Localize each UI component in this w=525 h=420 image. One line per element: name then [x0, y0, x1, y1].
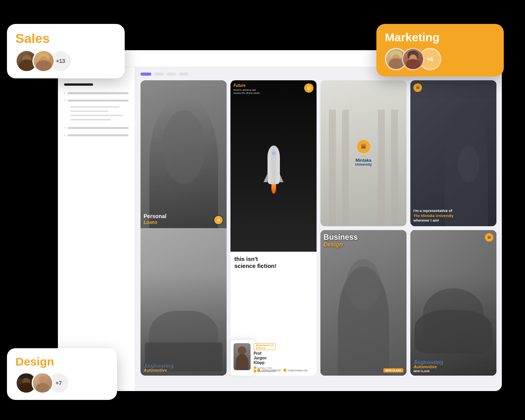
card-personal-loans[interactable]: Personal Loans 🏛	[141, 80, 227, 376]
avatar-mkt-2	[402, 48, 424, 70]
filter-inactive-3[interactable]	[179, 73, 188, 76]
left-sidebar: › › ›	[58, 67, 135, 391]
marketing-title: Marketing	[385, 31, 495, 44]
cards-grid: Personal Loans 🏛	[141, 80, 496, 376]
dept-label: department of science	[254, 343, 276, 350]
card-a-top: Personal Loans 🏛	[141, 80, 227, 228]
marketing-avatars-row: +4	[385, 48, 495, 70]
card-mintaka[interactable]: 🏛 The Mintaka University	[320, 80, 406, 226]
loans-text: Loans	[144, 220, 166, 225]
engineering-f-title: Engineering	[413, 359, 493, 364]
contact-campus: Campus Orion	[254, 366, 276, 369]
sales-avatars-row: +13	[15, 50, 116, 72]
list-item-3[interactable]: ›	[64, 126, 129, 130]
rocket-visual	[268, 146, 280, 194]
filter-inactive-2[interactable]	[167, 73, 176, 76]
content-area: Personal Loans 🏛	[135, 67, 502, 391]
prof-card-overlay: department of science Prof Jurgen Klopp …	[230, 340, 256, 376]
engineering-a-title: Engineering	[144, 362, 224, 368]
card-f-text: Engineering Automotive NEW CLASS	[413, 359, 493, 373]
design-avatars-row: +7	[15, 372, 108, 394]
sales-card[interactable]: Sales +13	[7, 24, 125, 78]
mintaka-uni: University	[355, 163, 372, 166]
card-representative[interactable]: 🏛 I'm a representative of The Mintaka Un…	[410, 80, 496, 226]
card-d-logo: 🏛	[413, 83, 422, 92]
design-card[interactable]: Design +7	[7, 348, 117, 400]
card-e-text: Business Design	[323, 233, 403, 247]
card-engineering-new-class[interactable]: 🏛 Engineering Automotive NEW CLASS	[410, 230, 496, 376]
sci-fi-title: this isn't science fiction!	[234, 256, 313, 269]
automotive-f-sub: Automotive	[413, 364, 493, 369]
arrow-icon-2: ›	[64, 98, 65, 102]
list-item-2[interactable]: ›	[64, 98, 129, 102]
marketing-card[interactable]: Marketing +4	[376, 24, 504, 76]
card-science-fiction[interactable]: Future Enroll in advance and receive 5% …	[230, 80, 317, 376]
contact-phone: +5550123456789	[254, 370, 276, 373]
filter-inactive-1[interactable]	[154, 73, 164, 76]
arrow-icon-3: ›	[64, 126, 65, 130]
card-business-design[interactable]: Business Design NEW CLASS	[320, 230, 406, 376]
card-d-text: I'm a representative of The Mintaka Univ…	[413, 208, 493, 223]
list-item-4[interactable]: ›	[64, 133, 129, 137]
card-d-bg	[410, 80, 496, 226]
sales-title: Sales	[15, 31, 116, 46]
business-title: Business	[323, 233, 403, 241]
avatar-dsn-2	[32, 372, 53, 394]
engineering-automotive-label: Engineering Automotive	[144, 362, 224, 373]
mintaka-logo-icon: 🏛	[357, 140, 370, 153]
list-item-1[interactable]: ›	[64, 91, 129, 95]
future-label: Future	[234, 83, 261, 88]
app-main: › › ›	[58, 67, 502, 391]
personal-text: Personal	[144, 213, 166, 219]
card-b-top: Future Enroll in advance and receive 5% …	[230, 80, 317, 252]
section-title-bar	[64, 83, 93, 86]
coin-icon: 🏛	[213, 215, 224, 225]
divider-block	[70, 106, 129, 120]
avatar-female-1	[32, 50, 55, 72]
design-sub: Design	[323, 241, 403, 247]
arrow-icon-4: ›	[64, 133, 65, 137]
card-f-bg	[410, 230, 496, 376]
app-root: › › ›	[0, 0, 525, 420]
future-desc: Enroll in advance and receive 5% off fir…	[234, 88, 261, 95]
personal-loans-label: Personal Loans 🏛	[144, 213, 224, 225]
design-title: Design	[15, 355, 108, 368]
prof-photo	[234, 343, 251, 370]
card-f-logo: 🏛	[485, 233, 493, 242]
mintaka-center: 🏛 The Mintaka University	[355, 140, 372, 166]
card-e-bg	[320, 230, 406, 376]
mintaka-name: Mintaka	[355, 158, 372, 163]
new-class-f: NEW CLASS	[413, 370, 493, 373]
future-badge: Future Enroll in advance and receive 5% …	[234, 83, 261, 95]
prof-info: department of science Prof Jurgen Klopp …	[254, 343, 276, 373]
card-a-bot: Engineering Automotive	[141, 228, 227, 376]
badge-email: me@mintaka.com	[283, 369, 308, 372]
mintaka-the: The	[355, 155, 372, 158]
arrow-icon-1: ›	[64, 91, 65, 95]
automotive-a-sub: Automotive	[144, 368, 224, 373]
filter-active[interactable]	[141, 73, 151, 76]
prof-name: Prof Jurgen Klopp	[254, 351, 276, 365]
browser-window: › › ›	[58, 50, 502, 391]
pillar-icon: 🏛	[304, 83, 313, 93]
new-class-badge-e: NEW CLASS	[383, 368, 403, 373]
